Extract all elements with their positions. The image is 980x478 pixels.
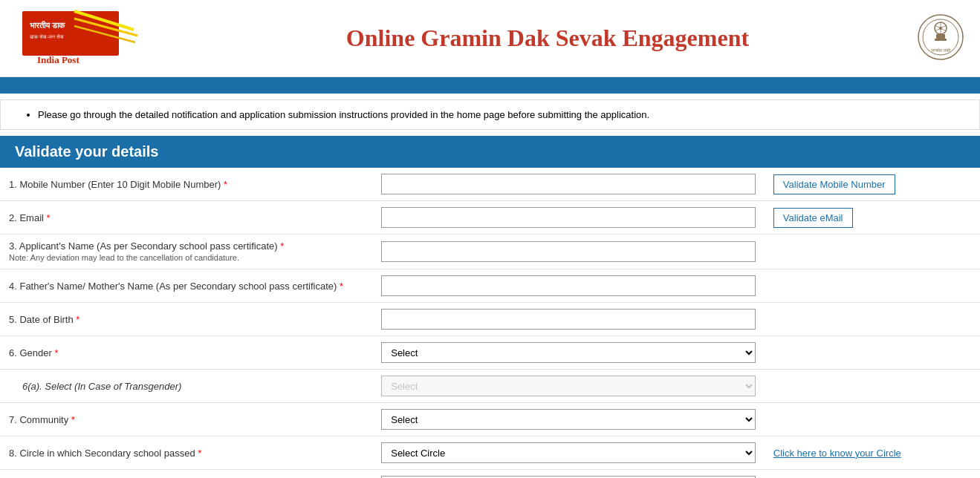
parent-name-input[interactable] [381,275,756,296]
svg-text:भारतीय डाक: भारतीय डाक [30,21,65,30]
validation-form: 1. Mobile Number (Enter 10 Digit Mobile … [0,168,980,478]
field-label-mobile: 1. Mobile Number (Enter 10 Digit Mobile … [0,168,372,201]
government-emblem: सत्यमेव जयते [917,13,965,64]
field-label-dob: 5. Date of Birth * [0,303,372,336]
field-label-applicant-name: 3. Applicant's Name (As per Secondary sc… [0,235,372,269]
field-label-community: 7. Community * [0,403,372,436]
emblem-icon: सत्यमेव जयते [917,13,965,62]
table-row: 8. Circle in which Secondary school pass… [0,436,980,470]
field-label-gender: 6. Gender * [0,336,372,370]
table-row: 3. Applicant's Name (As per Secondary sc… [0,235,980,269]
field-label-transgender: 6(a). Select (In Case of Transgender) [0,370,372,403]
dob-input[interactable] [381,309,756,330]
table-row: 1. Mobile Number (Enter 10 Digit Mobile … [0,168,980,201]
svg-rect-12 [936,34,945,39]
applicant-name-input[interactable] [381,241,756,262]
section-header: Validate your details [0,136,980,168]
table-row: 6. Gender * Select Male Female Transgend… [0,336,980,370]
table-row: 7. Community * Select UR OBC SC ST [0,403,980,436]
india-post-logo: भारतीय डाक डाक सेवा-जन सेवा India Post D… [15,7,178,67]
notice-box: Please go through the detailed notificat… [0,99,980,130]
logo-container: भारतीय डाक डाक सेवा-जन सेवा India Post D… [15,7,178,69]
field-label-parent-name: 4. Father's Name/ Mother's Name (As per … [0,269,372,303]
email-input[interactable] [381,207,756,228]
transgender-select[interactable]: Select [381,376,756,396]
validate-email-button[interactable]: Validate eMail [773,208,853,228]
table-row: 6(a). Select (In Case of Transgender) Se… [0,370,980,403]
know-circle-link[interactable]: Click here to know your Circle [773,448,901,459]
circle-select[interactable]: Select Circle [381,442,756,463]
field-label-circle: 8. Circle in which Secondary school pass… [0,436,372,470]
svg-text:सत्यमेव जयते: सत्यमेव जयते [930,48,952,53]
validate-mobile-button[interactable]: Validate Mobile Number [773,174,895,194]
svg-text:Dak Sewa-Jan Sewa: Dak Sewa-Jan Sewa [31,66,79,67]
table-row: 4. Father's Name/ Mother's Name (As per … [0,269,980,303]
table-row: 5. Date of Birth * [0,303,980,336]
notice-text: Please go through the detailed notificat… [38,109,964,120]
applicant-name-note: Note: Any deviation may lead to the canc… [9,253,239,262]
table-row: 2. Email * Validate eMail [0,201,980,235]
blue-decorative-bar [0,77,980,94]
svg-text:India Post: India Post [37,54,79,65]
svg-text:डाक सेवा-जन सेवा: डाक सेवा-जन सेवा [29,33,64,39]
svg-rect-13 [935,39,947,41]
gender-select[interactable]: Select Male Female Transgender [381,342,756,363]
community-select[interactable]: Select UR OBC SC ST [381,409,756,430]
mobile-number-input[interactable] [381,174,756,194]
field-label-year: 9. Year of passing Secondary school * [0,470,372,479]
table-row: 9. Year of passing Secondary school * Se… [0,470,980,479]
field-label-email: 2. Email * [0,201,372,235]
header: भारतीय डाक डाक सेवा-जन सेवा India Post D… [0,0,980,77]
header-title: Online Gramin Dak Sevak Engagement [178,24,917,52]
page-title: Online Gramin Dak Sevak Engagement [178,24,917,52]
